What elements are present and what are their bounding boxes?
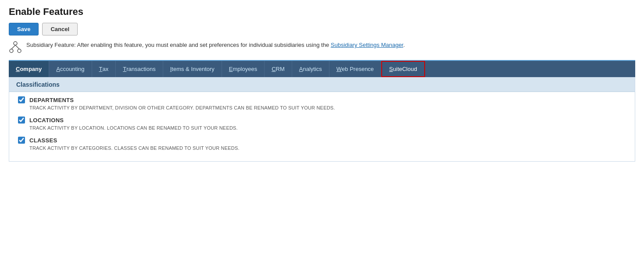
info-bar: Subsidiary Feature: After enabling this … <box>9 42 635 54</box>
tab-analytics[interactable]: Analytics <box>292 61 329 77</box>
feature-label-row-locations: LOCATIONS <box>18 117 626 124</box>
feature-desc-locations: TRACK ACTIVITY BY LOCATION. LOCATIONS CA… <box>29 125 626 131</box>
feature-label-text-locations: LOCATIONS <box>29 117 64 124</box>
feature-desc-classes: TRACK ACTIVITY BY CATEGORIES. CLASSES CA… <box>29 145 626 151</box>
section-header-classifications: Classifications <box>9 78 635 92</box>
tab-accounting[interactable]: Accounting <box>49 61 92 77</box>
content-area: ClassificationsDEPARTMENTSTRACK ACTIVITY… <box>9 77 635 162</box>
page-title: Enable Features <box>9 6 635 18</box>
feature-label-row-departments: DEPARTMENTS <box>18 96 626 103</box>
checkbox-departments[interactable] <box>18 96 25 103</box>
section-classifications: ClassificationsDEPARTMENTSTRACK ACTIVITY… <box>9 78 635 161</box>
checkbox-locations[interactable] <box>18 117 25 124</box>
svg-line-4 <box>15 45 19 49</box>
tab-crm[interactable]: CRM <box>265 61 292 77</box>
svg-line-3 <box>11 45 15 49</box>
checkbox-classes[interactable] <box>18 137 25 144</box>
feature-item-departments: DEPARTMENTSTRACK ACTIVITY BY DEPARTMENT,… <box>18 96 626 110</box>
nav-tabs: CompanyAccountingTaxTransactionsItems & … <box>9 60 635 77</box>
svg-point-1 <box>10 49 13 53</box>
tab-transactions[interactable]: Transactions <box>116 61 163 77</box>
svg-point-0 <box>14 42 17 45</box>
page-wrapper: Enable Features Save Cancel Subsidiary F… <box>0 0 644 168</box>
section-body-classifications: DEPARTMENTSTRACK ACTIVITY BY DEPARTMENT,… <box>9 92 635 161</box>
toolbar: Save Cancel <box>9 23 635 35</box>
save-button[interactable]: Save <box>9 23 39 35</box>
cancel-button[interactable]: Cancel <box>42 23 78 35</box>
feature-label-text-classes: CLASSES <box>29 137 57 144</box>
tab-tax[interactable]: Tax <box>92 61 116 77</box>
svg-point-2 <box>18 49 21 53</box>
tab-employees[interactable]: Employees <box>222 61 265 77</box>
feature-item-locations: LOCATIONSTRACK ACTIVITY BY LOCATION. LOC… <box>18 117 626 131</box>
subsidiary-icon <box>9 41 22 54</box>
feature-label-row-classes: CLASSES <box>18 137 626 144</box>
feature-desc-departments: TRACK ACTIVITY BY DEPARTMENT, DIVISION O… <box>29 105 626 110</box>
tab-company[interactable]: Company <box>9 61 49 77</box>
tab-suitecloud[interactable]: SuiteCloud <box>381 61 425 77</box>
feature-label-text-departments: DEPARTMENTS <box>29 97 74 103</box>
tab-web-presence[interactable]: Web Presence <box>329 61 381 77</box>
feature-item-classes: CLASSESTRACK ACTIVITY BY CATEGORIES. CLA… <box>18 137 626 151</box>
info-text: Subsidiary Feature: After enabling this … <box>26 42 405 48</box>
tab-items-inventory[interactable]: Items & Inventory <box>163 61 222 77</box>
subsidiary-settings-link[interactable]: Subsidiary Settings Manager <box>331 42 403 48</box>
